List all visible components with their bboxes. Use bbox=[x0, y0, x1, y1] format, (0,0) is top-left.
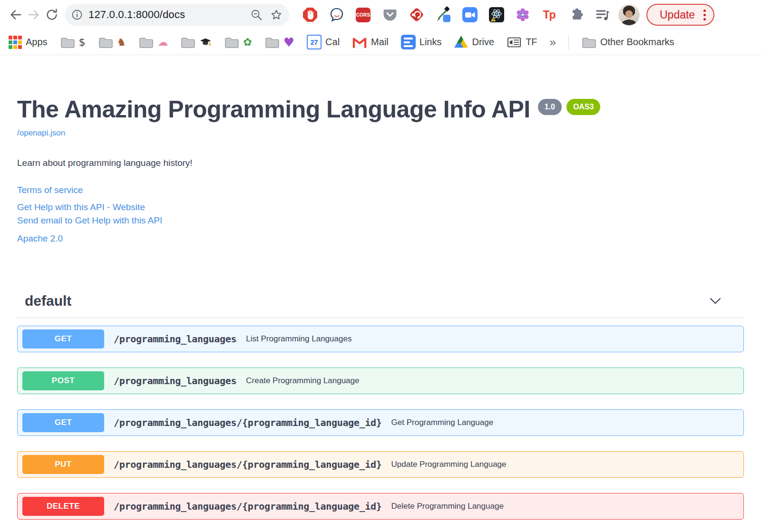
operation-summary: Create Programming Language bbox=[246, 376, 359, 386]
react-devtools-warning-extension-icon[interactable] bbox=[488, 7, 505, 23]
puzzle-piece-extensions-icon[interactable] bbox=[567, 7, 584, 23]
reload-icon bbox=[45, 8, 59, 22]
color-picker-eyedropper-extension-icon[interactable] bbox=[435, 7, 451, 23]
section-title: default bbox=[25, 293, 71, 309]
back-button[interactable] bbox=[7, 6, 25, 24]
pocket-extension-icon[interactable] bbox=[381, 7, 398, 23]
bookmark-folder-purple-heart[interactable]: ♥ bbox=[264, 36, 294, 49]
operation-path: /programming_languages/{programming_lang… bbox=[114, 501, 382, 512]
operations-list: GET /programming_languages List Programm… bbox=[17, 326, 744, 520]
update-label: Update bbox=[660, 9, 695, 21]
announcement-card-icon bbox=[507, 36, 522, 49]
extensions-row: CORS Tp bbox=[302, 7, 611, 23]
apps-grid-icon bbox=[9, 36, 22, 49]
tp-extension-icon[interactable]: Tp bbox=[541, 7, 557, 23]
operation-summary: Delete Programming Language bbox=[391, 502, 504, 511]
operation-summary: Get Programming Language bbox=[391, 418, 494, 427]
section-header-default[interactable]: default bbox=[17, 293, 744, 318]
operation-get-one[interactable]: GET /programming_languages/{programming_… bbox=[17, 409, 744, 436]
back-icon bbox=[9, 8, 23, 22]
folder-icon bbox=[264, 36, 280, 49]
bookmarks-overflow-chevron[interactable]: » bbox=[550, 36, 556, 49]
operation-path: /programming_languages bbox=[114, 375, 236, 387]
purple-pinwheel-extension-icon[interactable] bbox=[515, 7, 531, 23]
brain-icon: ☁ bbox=[157, 37, 168, 48]
method-badge: GET bbox=[22, 329, 104, 348]
bookmark-star-icon[interactable] bbox=[270, 9, 283, 21]
license-link[interactable]: Apache 2.0 bbox=[17, 232, 744, 245]
operation-put-update[interactable]: PUT /programming_languages/{programming_… bbox=[17, 451, 744, 478]
folder-icon bbox=[180, 36, 195, 49]
zoom-out-icon[interactable] bbox=[250, 9, 263, 21]
other-bookmarks[interactable]: Other Bookmarks bbox=[581, 36, 674, 49]
bookmarks-divider bbox=[568, 35, 569, 49]
method-badge: GET bbox=[22, 413, 104, 432]
help-website-link[interactable]: Get Help with this API - Website bbox=[17, 201, 744, 214]
operation-path: /programming_languages/{programming_lang… bbox=[114, 417, 382, 428]
video-camera-extension-icon[interactable] bbox=[461, 7, 478, 23]
method-badge: DELETE bbox=[22, 497, 104, 516]
address-bar[interactable]: 127.0.0.1:8000/docs bbox=[65, 4, 289, 26]
operation-post-create[interactable]: POST /programming_languages Create Progr… bbox=[17, 368, 744, 394]
operation-path: /programming_languages bbox=[114, 333, 236, 345]
browser-menu-icon[interactable] bbox=[703, 10, 706, 20]
folder-icon bbox=[581, 36, 596, 49]
stop-hand-extension-icon[interactable] bbox=[302, 7, 318, 23]
bookmark-folder-graduation-cap[interactable] bbox=[180, 36, 212, 49]
gmail-icon bbox=[352, 36, 367, 48]
operation-summary: Update Programming Language bbox=[391, 460, 507, 469]
folder-icon bbox=[138, 36, 154, 49]
folder-icon bbox=[60, 36, 75, 49]
profile-avatar[interactable] bbox=[618, 4, 640, 26]
openapi-json-link[interactable]: /openapi.json bbox=[17, 128, 65, 138]
red-arrow-extension-icon[interactable] bbox=[408, 7, 425, 23]
reload-button[interactable] bbox=[43, 6, 61, 24]
operation-get-list[interactable]: GET /programming_languages List Programm… bbox=[17, 326, 744, 352]
carousel-horse-icon: ♞ bbox=[117, 37, 127, 48]
bookmark-apps[interactable]: Apps bbox=[9, 36, 48, 49]
bookmark-folder-herb[interactable]: ✿ bbox=[224, 36, 252, 49]
graduation-cap-icon bbox=[199, 37, 212, 48]
bookmark-folder-brain[interactable]: ☁ bbox=[138, 36, 168, 49]
forward-icon bbox=[27, 8, 41, 22]
bookmark-folder-dollar[interactable]: $ bbox=[60, 36, 86, 49]
bookmark-links[interactable]: Links bbox=[401, 35, 442, 49]
oas3-badge: OAS3 bbox=[566, 99, 601, 115]
swagger-docs-page: The Amazing Programming Language Info AP… bbox=[0, 55, 761, 520]
bookmark-tf[interactable]: TF bbox=[507, 36, 537, 49]
folder-icon bbox=[98, 36, 113, 49]
chat-bubble-extension-icon[interactable] bbox=[328, 7, 345, 23]
bookmark-drive[interactable]: Drive bbox=[454, 36, 494, 49]
playlist-extension-icon[interactable] bbox=[594, 7, 611, 23]
method-badge: PUT bbox=[22, 455, 104, 474]
bookmark-mail[interactable]: Mail bbox=[352, 36, 389, 48]
bookmark-calendar[interactable]: 27 Cal bbox=[307, 35, 340, 49]
method-badge: POST bbox=[22, 371, 104, 390]
dollar-glyph: $ bbox=[79, 37, 86, 48]
cors-extension-icon[interactable]: CORS bbox=[355, 7, 371, 23]
site-info-icon[interactable] bbox=[71, 9, 83, 20]
help-email-link[interactable]: Send email to Get Help with this API bbox=[17, 214, 744, 227]
url-text[interactable]: 127.0.0.1:8000/docs bbox=[88, 9, 250, 21]
chevron-down-icon[interactable] bbox=[710, 298, 721, 304]
api-description: Learn about programming language history… bbox=[17, 158, 744, 168]
herb-icon: ✿ bbox=[243, 37, 252, 48]
forward-button[interactable] bbox=[25, 6, 43, 24]
browser-toolbar: 127.0.0.1:8000/docs CORS bbox=[0, 0, 761, 29]
operation-path: /programming_languages/{programming_lang… bbox=[114, 459, 382, 470]
bookmarks-bar: Apps $ ♞ ☁ ✿ ♥ 27 Cal Mail Links Drive bbox=[0, 29, 761, 55]
google-drive-icon bbox=[454, 36, 468, 49]
folder-icon bbox=[224, 36, 239, 49]
links-list-icon bbox=[401, 35, 416, 49]
google-calendar-icon: 27 bbox=[307, 35, 322, 49]
operation-delete[interactable]: DELETE /programming_languages/{programmi… bbox=[17, 493, 744, 520]
bookmark-folder-carousel-horse[interactable]: ♞ bbox=[98, 36, 127, 49]
version-badge: 1.0 bbox=[538, 99, 562, 115]
operation-summary: List Programming Languages bbox=[246, 334, 351, 344]
purple-heart-icon: ♥ bbox=[283, 36, 294, 48]
terms-of-service-link[interactable]: Terms of service bbox=[17, 184, 744, 197]
page-title: The Amazing Programming Language Info AP… bbox=[17, 96, 530, 124]
chrome-update-button[interactable]: Update bbox=[646, 4, 714, 26]
